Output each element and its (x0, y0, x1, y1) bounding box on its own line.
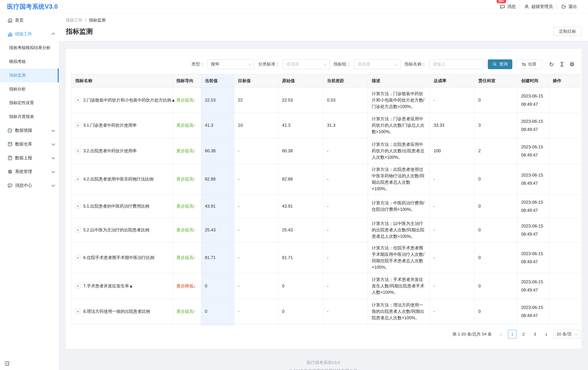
indicator-name: 8.理法方药使用一致的出院患者比例 (83, 308, 150, 315)
row-actions (549, 138, 580, 164)
original-value: 43.91 (278, 195, 323, 218)
estimate-button[interactable]: ⇆ 估算 (516, 59, 542, 69)
indicator-name: 4.2.出院患者使用中医非药物疗法比例 (83, 176, 154, 182)
description: 计算方法：门诊散装中药饮片和小包装中药饮片处方数/门诊处方总数×100%。 (368, 88, 430, 113)
refresh-icon[interactable]: ↻ (549, 61, 555, 67)
col-achievement-rate: 达成率 (430, 74, 474, 88)
current-value: 243.21 (201, 324, 234, 326)
pagination-next-button[interactable]: › (542, 330, 550, 339)
table-row: +4.2.出院患者使用中医非药物疗法比例逐步提高↑82.88-82.88-计算方… (72, 164, 580, 195)
pagination-page-1[interactable]: 1 (508, 330, 516, 339)
sidebar-subitem-label: 指标月度报表 (9, 114, 34, 120)
pagination-page-3[interactable]: 3 (531, 330, 539, 339)
app-title: 医疗国考系统V3.0 (7, 2, 58, 11)
search-button-label: 查询 (499, 61, 508, 67)
row-expand-button[interactable]: + (75, 177, 81, 182)
sidebar-subitem-result-analysis[interactable]: 绩效考核模拟结果分析 (0, 41, 59, 55)
col-direction: 指标导向 (173, 74, 201, 88)
category-select[interactable]: 请选择 (283, 59, 330, 69)
col-responsible-dept: 责任科室 (474, 74, 517, 88)
row-actions (549, 273, 580, 299)
home-icon (7, 18, 13, 23)
user-label: 超级管理员 (531, 4, 553, 10)
col-current-gap: 当前差距 (323, 74, 368, 88)
sidebar-subitem-indicator-monitoring[interactable]: 指标监测 (0, 69, 59, 82)
row-expand-button[interactable]: + (75, 123, 81, 128)
sidebar-subitem-indicator-monthly-report[interactable]: 指标月度报表 (0, 110, 59, 123)
row-expand-button[interactable]: + (75, 255, 81, 260)
page-size-select[interactable]: 20 条/页 (553, 330, 580, 339)
col-current-value: 当前值 (201, 74, 234, 88)
sidebar-subitem-label: 指标定性设置 (9, 100, 34, 106)
pagination: 第 1-20 条/总共 54 条 ‹ 1 2 3 › 20 条/页 (71, 326, 580, 349)
responsible-dept: 3 (474, 113, 517, 138)
col-actions: 操作 (549, 74, 580, 88)
row-expand-button[interactable]: + (75, 204, 81, 209)
indicator-direction: 逐步提高↑ (176, 309, 196, 314)
achievement-rate: - (430, 218, 474, 242)
sidebar-item-performance[interactable]: 绩效工作 (0, 27, 59, 41)
settings-gear-icon[interactable] (569, 61, 575, 67)
achievement-rate: 100 (430, 138, 474, 164)
row-expand-button[interactable]: + (75, 283, 81, 289)
customize-target-button[interactable]: 定制目标 (553, 27, 582, 36)
sidebar-item-system-management[interactable]: 系统管理 (0, 165, 59, 179)
type-select[interactable]: 按年 (207, 59, 254, 69)
sidebar-item-data-filling[interactable]: 数据填报 (0, 123, 59, 137)
logout-button[interactable]: 退出 (557, 4, 581, 10)
sidebar-item-data-reporting[interactable]: 数据上报 (0, 151, 59, 165)
sidebar-item-label: 首页 (15, 18, 23, 23)
message-menu[interactable]: 99+ 消息 (496, 4, 520, 10)
sidebar-subitem-indicator-analysis[interactable]: 指标分析 (0, 82, 59, 96)
row-expand-button[interactable]: + (75, 228, 81, 233)
current-gap: - (323, 299, 368, 324)
sidebar-item-message-center[interactable]: 消息中心 (0, 179, 59, 192)
row-expand-button[interactable]: + (75, 98, 81, 103)
current-value: 81.71 (201, 242, 234, 273)
swap-arrows-icon: ⇆ (522, 62, 526, 67)
sidebar-subitem-indicator-qualitative[interactable]: 指标定性设置 (0, 96, 59, 110)
breadcrumb-separator: / (85, 18, 86, 23)
original-value: 22.53 (278, 88, 323, 113)
indicator-group-select[interactable]: 请选择 (354, 59, 401, 69)
table-header-row: 指标名称 指标导向 当前值 目标值 原始值 当前差距 描述 达成率 责任科室 创… (72, 74, 580, 88)
row-height-icon[interactable] (559, 61, 565, 67)
message-label: 消息 (507, 4, 516, 10)
sidebar-item-data-warehouse[interactable]: 数据仓库 (0, 137, 59, 151)
original-value: 0 (278, 299, 323, 324)
chevron-down-icon (52, 183, 55, 187)
content-card: 类型： 按年 分类标准： 请选择 指标组： (66, 49, 582, 349)
user-menu[interactable]: 超级管理员 (520, 4, 557, 10)
breadcrumb-parent[interactable]: 绩效工作 (66, 18, 83, 23)
search-button[interactable]: 查询 (488, 59, 512, 69)
current-value: 0 (201, 299, 234, 324)
indicator-name: 2.门诊散装中药饮片和小包装中药饮片处方比例▲ (83, 97, 175, 103)
col-target-value: 目标值 (234, 74, 278, 88)
created-time: 2023-06-1508:49:47 (517, 195, 549, 218)
pagination-prev-button[interactable]: ‹ (497, 330, 505, 339)
indicator-name-input[interactable] (429, 59, 484, 69)
page-header: 绩效工作 / 指标监测 指标监测 定制目标 (59, 13, 588, 41)
target-value: - (234, 324, 278, 326)
group-filter-label: 指标组： (334, 61, 351, 67)
col-indicator-name: 指标名称 (72, 74, 173, 88)
pagination-page-2[interactable]: 2 (519, 330, 528, 339)
achievement-rate: - (430, 299, 474, 324)
row-expand-button[interactable]: + (75, 148, 81, 153)
indicator-name: 5.1.出院患者的中医药治疗费用比例 (83, 203, 149, 210)
sidebar-collapse-icon[interactable] (4, 361, 10, 366)
table-row: +3.2.出院患者中药饮片使用率逐步提高↑60.38-60.38-计算方法：出院… (72, 138, 580, 164)
created-time: 2023-06-1508:49:47 (517, 88, 549, 113)
sidebar-subitem-mock-assessment[interactable]: 模拟考核 (0, 55, 59, 69)
sidebar-item-home[interactable]: 首页 (0, 13, 59, 27)
topbar-right: 99+ 消息 超级管理员 退出 (496, 4, 581, 10)
target-value: - (234, 218, 278, 242)
indicator-direction: 逐步提高↑ (176, 177, 196, 181)
description: 计算方法：出院患者应用中药饮片的人次数/出院患者总人次数×100%。 (368, 138, 430, 164)
achievement-rate: - (430, 242, 474, 273)
row-expand-button[interactable]: + (75, 309, 81, 314)
current-value: 22.53 (201, 88, 234, 113)
sidebar-subitem-label: 模拟考核 (9, 59, 26, 64)
current-gap: - (323, 273, 368, 299)
current-gap: - (323, 324, 368, 326)
